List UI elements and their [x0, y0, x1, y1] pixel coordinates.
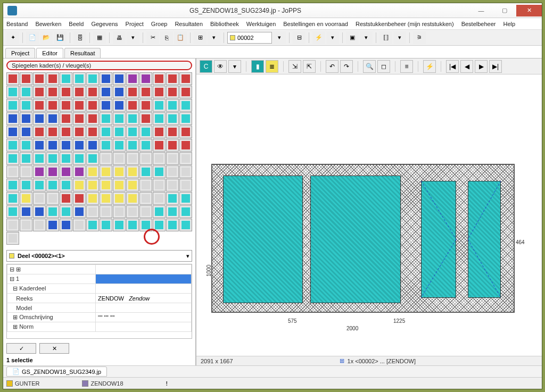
palette-tool[interactable] [139, 72, 152, 85]
palette-tool[interactable] [6, 126, 19, 138]
palette-tool[interactable] [46, 219, 59, 231]
palette-tool[interactable] [139, 219, 152, 231]
palette-tool[interactable] [166, 219, 179, 231]
palette-tool[interactable] [46, 165, 59, 178]
zoom-box-icon[interactable]: ◻ [377, 60, 390, 73]
print-icon[interactable]: 🖶 [113, 31, 126, 44]
menu-bibliotheek[interactable]: Bibliotheek [210, 21, 239, 27]
palette-tool[interactable] [60, 205, 72, 218]
palette-tool[interactable] [179, 192, 192, 205]
palette-tool[interactable] [153, 165, 166, 178]
palette-tool[interactable] [6, 86, 19, 98]
palette-tool[interactable] [6, 232, 19, 245]
wand-icon[interactable]: ⚞ [413, 31, 426, 44]
palette-tool[interactable] [86, 99, 99, 112]
menu-bestelbeheer[interactable]: Bestelbeheer [461, 21, 496, 27]
layout-icon[interactable]: ⊞ [194, 31, 207, 44]
paste-icon[interactable]: 📋 [174, 31, 187, 44]
palette-tool[interactable] [86, 126, 99, 138]
undo-icon[interactable]: ↶ [326, 60, 338, 73]
palette-tool[interactable] [126, 152, 139, 165]
palette-tool[interactable] [6, 152, 19, 165]
dd3-icon[interactable]: ▾ [326, 31, 339, 44]
palette-tool[interactable] [46, 86, 59, 98]
flash2-icon[interactable]: ⚡ [423, 60, 436, 73]
mode-c-icon[interactable]: C [200, 60, 212, 73]
palette-tool[interactable] [100, 86, 112, 98]
palette-tool[interactable] [6, 179, 19, 191]
palette-tool[interactable] [179, 139, 192, 152]
menu-bewerken[interactable]: Bewerken [35, 21, 61, 27]
palette-tool[interactable] [166, 179, 179, 191]
palette-tool[interactable] [60, 86, 72, 98]
palette-tool[interactable] [100, 152, 112, 165]
menu-gegevens[interactable]: Gegevens [91, 21, 118, 27]
palette-tool[interactable] [113, 179, 126, 191]
palette-tool[interactable] [20, 126, 32, 138]
palette-tool[interactable] [153, 205, 166, 218]
palette-tool[interactable] [60, 219, 72, 231]
palette-tool[interactable] [179, 165, 192, 178]
palette-tool[interactable] [6, 192, 19, 205]
palette-tool[interactable] [86, 179, 99, 191]
palette-tool[interactable] [86, 86, 99, 98]
palette-tool[interactable] [179, 179, 192, 191]
palette-tool[interactable] [126, 86, 139, 98]
palette-tool[interactable] [126, 179, 139, 191]
menu-bestellingen[interactable]: Bestellingen en voorraad [283, 21, 348, 27]
palette-tool[interactable] [73, 165, 86, 178]
palette-tool[interactable] [113, 99, 126, 112]
menu-beeld[interactable]: Beeld [69, 21, 84, 27]
palette-tool[interactable] [73, 99, 86, 112]
expand-icon[interactable]: ⇲ [288, 60, 301, 73]
palette-tool[interactable] [20, 165, 32, 178]
palette-tool[interactable] [20, 72, 32, 85]
palette-tool[interactable] [20, 86, 32, 98]
dd4-icon[interactable]: ▾ [360, 31, 373, 44]
ok-button[interactable]: ✓ [6, 343, 36, 354]
close-button[interactable]: ✕ [516, 5, 542, 16]
dropdown-icon[interactable]: ▾ [127, 31, 139, 44]
palette-tool[interactable] [60, 192, 72, 205]
palette-tool[interactable] [166, 165, 179, 178]
palette-tool[interactable] [20, 112, 32, 125]
view1-icon[interactable]: ▮ [251, 60, 264, 73]
palette-tool[interactable] [20, 219, 32, 231]
palette-tool[interactable] [153, 139, 166, 152]
palette-tool[interactable] [166, 112, 179, 125]
palette-tool[interactable] [46, 99, 59, 112]
palette-tool[interactable] [166, 205, 179, 218]
collapse-icon[interactable]: ⇱ [303, 60, 316, 73]
palette-tool[interactable] [126, 112, 139, 125]
palette-tool[interactable] [33, 139, 46, 152]
tab-project[interactable]: Project [5, 48, 35, 58]
palette-tool[interactable] [100, 72, 112, 85]
palette-tool[interactable] [33, 152, 46, 165]
palette-tool[interactable] [139, 152, 152, 165]
palette-tool[interactable] [86, 165, 99, 178]
palette-tool[interactable] [60, 112, 72, 125]
maximize-button[interactable]: ▢ [493, 5, 516, 16]
sheet-icon[interactable]: ⊟ [293, 31, 305, 44]
palette-tool[interactable] [139, 139, 152, 152]
palette-tool[interactable] [33, 205, 46, 218]
menu-help[interactable]: Help [503, 21, 515, 27]
palette-tool[interactable] [33, 112, 46, 125]
palette-tool[interactable] [139, 205, 152, 218]
nav-last-icon[interactable]: ▶| [489, 60, 502, 73]
palette-tool[interactable] [73, 219, 86, 231]
grid-icon[interactable]: ▦ [93, 31, 106, 44]
save-icon[interactable]: 💾 [54, 31, 67, 44]
palette-tool[interactable] [139, 86, 152, 98]
palette-tool[interactable] [86, 192, 99, 205]
palette-tool[interactable] [6, 139, 19, 152]
flash-icon[interactable]: ⚡ [312, 31, 325, 44]
palette-tool[interactable] [46, 192, 59, 205]
palette-tool[interactable] [86, 219, 99, 231]
palette-tool[interactable] [33, 72, 46, 85]
palette-tool[interactable] [153, 99, 166, 112]
layers-icon[interactable]: ≣ [266, 60, 278, 73]
dd-icon[interactable]: ▾ [208, 31, 220, 44]
bracket-icon[interactable]: ⟦⟧ [379, 31, 392, 44]
archive-icon[interactable]: 🗄 [73, 31, 86, 44]
